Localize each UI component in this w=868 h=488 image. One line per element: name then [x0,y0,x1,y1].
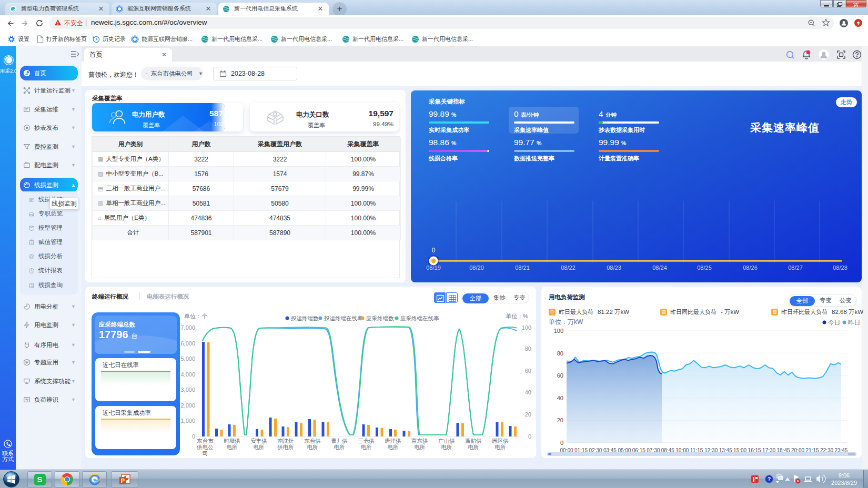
svg-text:应采终端数: 应采终端数 [366,315,394,321]
svg-text:0: 0 [432,247,436,254]
svg-text:电所: 电所 [388,444,399,450]
svg-text:供电公: 供电公 [196,444,214,450]
svg-text:广山供: 广山供 [438,438,455,444]
svg-text:单位：%: 单位：% [506,313,528,319]
svg-text:0: 0 [560,440,563,446]
svg-text:100: 100 [554,328,563,334]
svg-text:曹丿供: 曹丿供 [331,438,348,444]
svg-text:电所: 电所 [307,444,318,450]
svg-text:电所: 电所 [495,444,506,450]
svg-text:6,000: 6,000 [180,340,195,347]
svg-text:东台市: 东台市 [197,438,214,444]
svg-text:廉贻供: 廉贻供 [465,438,482,444]
svg-text:100: 100 [522,324,531,331]
svg-text:安丰供: 安丰供 [250,438,267,444]
svg-text:08/24: 08/24 [652,265,667,271]
svg-text:40: 40 [525,389,531,395]
svg-text:08/22: 08/22 [561,265,576,271]
svg-text:电所: 电所 [441,444,452,450]
svg-text:昨日: 昨日 [848,319,860,326]
svg-text:08/20: 08/20 [469,265,484,271]
svg-text:三仓供: 三仓供 [358,438,375,444]
svg-text:投运终端数: 投运终端数 [291,315,319,321]
svg-text:电所: 电所 [415,444,426,450]
svg-text:今日: 今日 [828,319,840,326]
svg-text:唐洋供: 唐洋供 [385,438,401,444]
svg-text:08/25: 08/25 [697,265,712,271]
svg-text:应采终端在线率: 应采终端在线率 [400,315,439,321]
svg-text:80: 80 [557,350,563,357]
svg-text:60: 60 [557,372,563,379]
svg-text:P: P [121,477,125,484]
svg-text:单位：万kW: 单位：万kW [549,318,583,326]
svg-text:08/21: 08/21 [515,265,530,271]
svg-text:电所: 电所 [361,444,372,450]
svg-text:08/28: 08/28 [833,265,847,271]
svg-text:0: 0 [192,433,195,440]
svg-text:20: 20 [525,411,531,418]
svg-text:5,000: 5,000 [180,355,195,362]
svg-text:40: 40 [557,395,563,401]
svg-text:08/23: 08/23 [607,265,621,271]
svg-text:单位：个: 单位：个 [184,313,207,319]
svg-text:08/19: 08/19 [426,265,441,271]
svg-text:富东供: 富东供 [411,438,428,444]
svg-text:电所: 电所 [227,444,238,450]
svg-text:投运终端在线率: 投运终端在线率 [324,315,363,321]
svg-text:电所: 电所 [468,444,479,450]
svg-text:供电所: 供电所 [277,444,294,450]
svg-text:0: 0 [528,433,531,440]
svg-text:20: 20 [557,417,563,423]
svg-text:08/26: 08/26 [743,265,758,271]
svg-text:80: 80 [525,345,531,352]
svg-text:电所: 电所 [334,444,345,450]
svg-text:4,000: 4,000 [180,371,195,378]
svg-text:60: 60 [525,368,531,374]
svg-text:1,000: 1,000 [180,418,195,424]
svg-text:时堰供: 时堰供 [224,438,240,444]
svg-text:?: ? [768,476,771,482]
svg-text:7,000: 7,000 [180,324,195,331]
svg-text:2,000: 2,000 [180,402,195,409]
svg-text:3,000: 3,000 [180,387,195,393]
svg-text:东台供: 东台供 [304,438,321,444]
svg-text:司: 司 [203,450,208,456]
svg-text:08/27: 08/27 [788,265,803,271]
svg-text:电所: 电所 [254,444,265,450]
svg-text:园区供: 园区供 [492,438,509,444]
svg-text:南沈灶: 南沈灶 [277,438,294,444]
